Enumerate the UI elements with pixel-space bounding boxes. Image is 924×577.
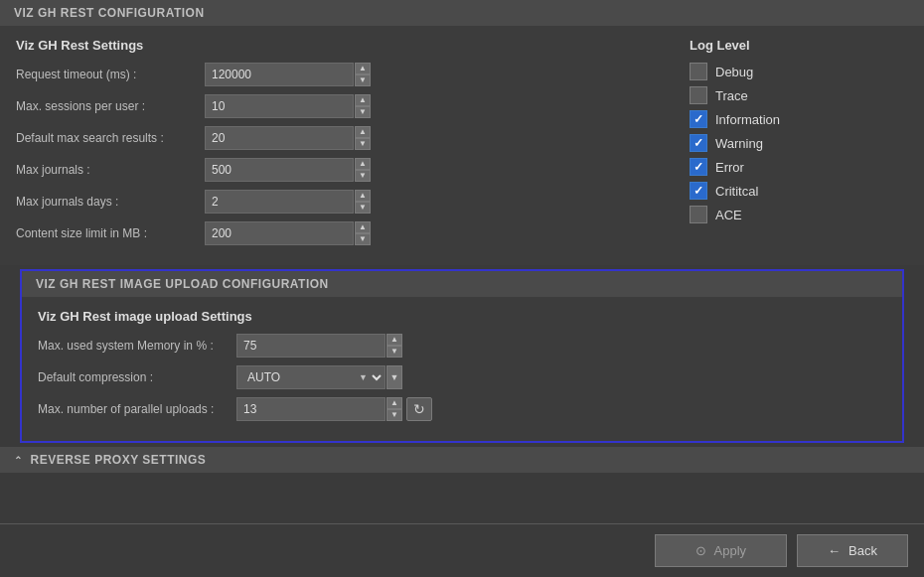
reverse-proxy-section: ⌃ REVERSE PROXY SETTINGS (0, 447, 924, 473)
field-label-content-size: Content size limit in MB : (16, 226, 205, 240)
checkbox-critical: Crititcal (690, 182, 908, 200)
field-row-sessions: Max. sessions per user : ▲ ▼ (16, 94, 670, 118)
checkbox-error-label: Error (715, 160, 744, 175)
spinner-up-timeout[interactable]: ▲ (355, 63, 371, 74)
spinner-btns-search: ▲ ▼ (355, 126, 371, 150)
log-level-section: Log Level Debug Trace Information Warnin… (690, 38, 908, 253)
input-timeout[interactable] (205, 63, 354, 86)
field-row-parallel: Max. number of parallel uploads : ▲ ▼ ↻ (38, 397, 886, 421)
image-upload-header: VIZ GH REST IMAGE UPLOAD CONFIGURATION (22, 271, 902, 297)
spinner-down-journals[interactable]: ▼ (355, 170, 371, 182)
checkbox-warning-label: Warning (715, 136, 763, 151)
main-container: VIZ GH REST CONFIGURATION Viz GH Rest Se… (0, 0, 924, 577)
spinner-up-journals-days[interactable]: ▲ (355, 190, 371, 202)
back-label: Back (848, 543, 877, 558)
spinner-down-memory[interactable]: ▼ (386, 346, 402, 358)
checkbox-ace-label: ACE (715, 208, 742, 222)
field-label-sessions: Max. sessions per user : (16, 99, 205, 113)
checkbox-information-label: Information (715, 112, 780, 127)
spinner-down-sessions[interactable]: ▼ (355, 106, 371, 118)
spinner-content-size: ▲ ▼ (205, 221, 371, 245)
spinner-btns-journals: ▲ ▼ (355, 158, 371, 182)
image-upload-section: VIZ GH REST IMAGE UPLOAD CONFIGURATION V… (20, 269, 904, 443)
spinner-up-parallel[interactable]: ▲ (386, 397, 402, 409)
checkbox-ace-box[interactable] (690, 206, 707, 223)
spinner-parallel: ▲ ▼ (236, 397, 402, 421)
settings-section-title: Viz GH Rest Settings (16, 38, 670, 53)
spinner-journals-days: ▲ ▼ (205, 190, 371, 214)
spinner-up-search[interactable]: ▲ (355, 126, 371, 138)
spinner-btns-sessions: ▲ ▼ (355, 94, 371, 118)
image-upload-outer: VIZ GH REST IMAGE UPLOAD CONFIGURATION V… (0, 265, 924, 447)
spinner-journals: ▲ ▼ (205, 158, 371, 182)
collapse-icon[interactable]: ⌃ (14, 455, 23, 466)
image-upload-content: Viz GH Rest image upload Settings Max. u… (22, 297, 902, 441)
spinner-down-timeout[interactable]: ▼ (355, 74, 371, 86)
spinner-btns-content-size: ▲ ▼ (355, 221, 371, 245)
checkbox-error: Error (690, 158, 908, 176)
field-label-parallel: Max. number of parallel uploads : (38, 402, 236, 416)
checkbox-warning-box[interactable] (690, 134, 707, 152)
spinner-down-journals-days[interactable]: ▼ (355, 202, 371, 214)
field-row-content-size: Content size limit in MB : ▲ ▼ (16, 221, 670, 245)
spinner-search: ▲ ▼ (205, 126, 371, 150)
back-icon: ← (828, 543, 841, 558)
spinner-down-content-size[interactable]: ▼ (355, 233, 371, 245)
checkbox-error-box[interactable] (690, 158, 707, 176)
spinner-up-content-size[interactable]: ▲ (355, 221, 371, 233)
checkbox-information: Information (690, 110, 908, 128)
field-label-journals-days: Max journals days : (16, 195, 205, 209)
field-row-memory: Max. used system Memory in % : ▲ ▼ (38, 334, 886, 358)
checkbox-trace-box[interactable] (690, 86, 707, 104)
spinner-sessions: ▲ ▼ (205, 94, 371, 118)
input-search[interactable] (205, 126, 354, 150)
checkbox-trace-label: Trace (715, 88, 748, 103)
spinner-btns-memory: ▲ ▼ (386, 334, 402, 358)
checkbox-information-box[interactable] (690, 110, 707, 128)
reverse-proxy-header: ⌃ REVERSE PROXY SETTINGS (0, 447, 924, 473)
spinner-up-sessions[interactable]: ▲ (355, 94, 371, 106)
main-title: VIZ GH REST CONFIGURATION (14, 6, 205, 20)
refresh-parallel-btn[interactable]: ↻ (406, 397, 432, 421)
input-journals-days[interactable] (205, 190, 354, 214)
field-label-compression: Default compression : (38, 370, 236, 384)
spinner-btns-parallel: ▲ ▼ (386, 397, 402, 421)
spinner-up-memory[interactable]: ▲ (386, 334, 402, 346)
select-compression[interactable]: AUTO NONE LOW HIGH (236, 365, 385, 389)
checkbox-ace: ACE (690, 206, 908, 223)
viz-gh-rest-section: Viz GH Rest Settings Request timeout (ms… (0, 26, 924, 265)
spinner-down-parallel[interactable]: ▼ (386, 409, 402, 421)
field-label-journals: Max journals : (16, 163, 205, 177)
spinner-btns-timeout: ▲ ▼ (355, 63, 371, 86)
spinner-up-journals[interactable]: ▲ (355, 158, 371, 170)
field-row-timeout: Request timeout (ms) : ▲ ▼ (16, 63, 670, 86)
input-parallel[interactable] (236, 397, 385, 421)
checkbox-trace: Trace (690, 86, 908, 104)
field-row-search: Default max search results : ▲ ▼ (16, 126, 670, 150)
log-level-title: Log Level (690, 38, 908, 53)
main-section-header: VIZ GH REST CONFIGURATION (0, 0, 924, 26)
input-sessions[interactable] (205, 94, 354, 118)
bottom-bar: ⊙ Apply ← Back (0, 523, 924, 577)
checkbox-critical-box[interactable] (690, 182, 707, 200)
input-content-size[interactable] (205, 221, 354, 245)
field-label-timeout: Request timeout (ms) : (16, 68, 205, 81)
checkbox-debug: Debug (690, 63, 908, 80)
settings-left-col: Viz GH Rest Settings Request timeout (ms… (16, 38, 670, 253)
field-row-journals: Max journals : ▲ ▼ (16, 158, 670, 182)
checkbox-critical-label: Crititcal (715, 184, 758, 199)
image-upload-section-title: Viz GH Rest image upload Settings (38, 309, 886, 324)
input-journals[interactable] (205, 158, 354, 182)
input-memory[interactable] (236, 334, 385, 358)
spinner-down-search[interactable]: ▼ (355, 138, 371, 150)
compression-dropdown-btn[interactable]: ▼ (386, 365, 402, 389)
apply-label: Apply (714, 543, 747, 558)
spinner-timeout: ▲ ▼ (205, 63, 371, 86)
field-label-search: Default max search results : (16, 131, 205, 145)
apply-button[interactable]: ⊙ Apply (655, 534, 788, 567)
checkbox-debug-box[interactable] (690, 63, 707, 80)
field-row-journals-days: Max journals days : ▲ ▼ (16, 190, 670, 214)
back-button[interactable]: ← Back (797, 534, 908, 567)
checkbox-warning: Warning (690, 134, 908, 152)
apply-icon: ⊙ (695, 543, 706, 558)
